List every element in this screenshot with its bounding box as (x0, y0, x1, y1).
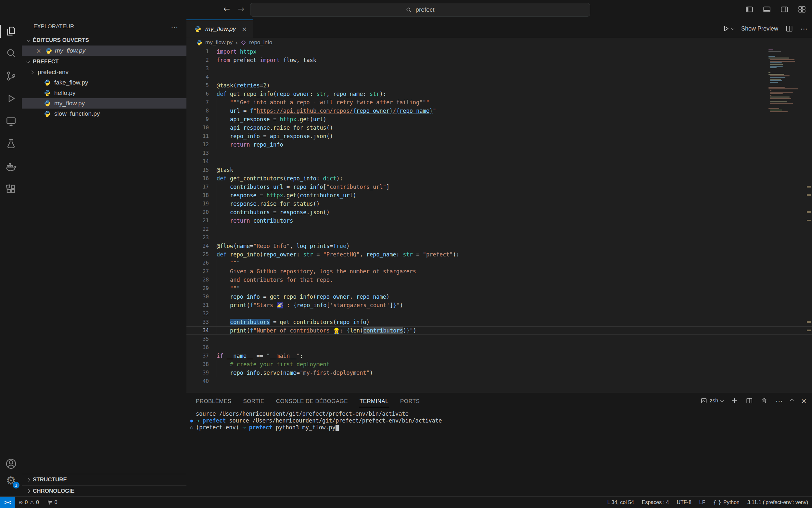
code-line-9[interactable]: 9 api_response = httpx.get(url) (186, 115, 812, 124)
code-line-7[interactable]: 7 """Get info about a repo - will retry … (186, 98, 812, 107)
remote-explorer-icon[interactable] (0, 112, 22, 130)
testing-icon[interactable] (0, 134, 22, 153)
split-terminal-icon[interactable] (746, 397, 753, 404)
cursor-position[interactable]: L 34, col 54 (604, 497, 638, 508)
code-line-23[interactable]: 23 (186, 234, 812, 242)
sidebar-item-fake_flow.py[interactable]: fake_flow.py (22, 77, 186, 88)
panel-tab-problèmes[interactable]: PROBLÈMES (195, 394, 232, 407)
code-line-26[interactable]: 26 """ (186, 259, 812, 267)
code-line-4[interactable]: 4 (186, 73, 812, 81)
open-editor-item[interactable]: × my_flow.py (22, 45, 186, 56)
maximize-panel-icon[interactable] (790, 399, 794, 403)
panel-more-actions-icon[interactable]: ⋯ (776, 397, 783, 405)
code-line-33[interactable]: 33 contributors = get_contributors(repo_… (186, 318, 812, 326)
indentation-status[interactable]: Espaces : 4 (638, 497, 673, 508)
terminal-profile-selector[interactable]: zsh (701, 397, 723, 404)
minimap[interactable] (768, 49, 805, 131)
code-line-20[interactable]: 20 contributors = response.json() (186, 208, 812, 216)
close-editor-icon[interactable]: × (35, 47, 43, 54)
problems-status[interactable]: ⊗ 0 ⚠ 0 (15, 497, 43, 508)
docker-icon[interactable] (0, 157, 22, 175)
code-line-32[interactable]: 32 (186, 309, 812, 318)
code-line-29[interactable]: 29 """ (186, 284, 812, 293)
code-line-18[interactable]: 18 response = httpx.get(contributors_url… (186, 191, 812, 200)
tab-close-icon[interactable]: × (242, 25, 247, 33)
eol-status[interactable]: LF (696, 497, 709, 508)
code-line-38[interactable]: 38 # create your first deployment (186, 360, 812, 369)
panel-tab-terminal[interactable]: TERMINAL (359, 394, 389, 407)
code-line-30[interactable]: 30 repo_info = get_repo_info(repo_owner,… (186, 293, 812, 301)
code-line-31[interactable]: 31 print(f"Stars 🌠 : {repo_info['stargaz… (186, 301, 812, 309)
code-line-13[interactable]: 13 (186, 149, 812, 157)
account-icon[interactable] (0, 455, 22, 473)
code-line-39[interactable]: 39 repo_info.serve(name="my-first-deploy… (186, 369, 812, 377)
sidebar-item-slow_function.py[interactable]: slow_function.py (22, 109, 186, 119)
code-line-40[interactable]: 40 (186, 377, 812, 385)
forward-button[interactable]: → (238, 5, 244, 14)
command-decoration-empty-icon[interactable]: ○ (190, 424, 193, 431)
editor-more-actions-icon[interactable]: ⋯ (800, 25, 807, 33)
tab-my-flow[interactable]: my_flow.py × (186, 19, 253, 38)
show-preview-button[interactable]: Show Preview (741, 25, 778, 32)
code-line-10[interactable]: 10 api_response.raise_for_status() (186, 124, 812, 132)
back-button[interactable]: ← (224, 5, 230, 14)
new-terminal-icon[interactable]: + (731, 396, 737, 405)
search-sidebar-icon[interactable] (0, 44, 22, 62)
command-center-search[interactable]: prefect (250, 3, 590, 16)
code-line-16[interactable]: 16def get_contributors(repo_info: dict): (186, 174, 812, 183)
code-line-3[interactable]: 3 (186, 65, 812, 73)
code-line-1[interactable]: 1import httpx (186, 47, 812, 56)
sidebar-item-prefect-env[interactable]: prefect-env (22, 67, 186, 77)
code-line-2[interactable]: 2from prefect import flow, task (186, 56, 812, 65)
explorer-icon[interactable] (0, 22, 22, 40)
panel-tab-console-de-débogage[interactable]: CONSOLE DE DÉBOGAGE (276, 394, 348, 407)
run-debug-icon[interactable] (0, 89, 22, 108)
run-dropdown-icon[interactable] (731, 26, 734, 30)
overview-ruler[interactable] (806, 47, 812, 393)
kill-terminal-icon[interactable] (761, 397, 768, 404)
panel-tab-sortie[interactable]: SORTIE (243, 394, 265, 407)
explorer-more-actions-icon[interactable]: ⋯ (171, 23, 178, 31)
breadcrumb-symbol[interactable]: repo_info (249, 39, 272, 46)
command-decoration-icon[interactable]: ● (190, 417, 193, 424)
terminal-output[interactable]: source /Users/henricourdent/git/prefect/… (186, 409, 812, 497)
code-line-5[interactable]: 5@task(retries=2) (186, 81, 812, 90)
sidebar-item-hello.py[interactable]: hello.py (22, 88, 186, 98)
code-line-11[interactable]: 11 repo_info = api_response.json() (186, 132, 812, 140)
extensions-icon[interactable] (0, 180, 22, 198)
python-interpreter[interactable]: 3.11.1 ('prefect-env': venv) (744, 497, 812, 508)
settings-gear-icon[interactable]: ⚙ 1 (0, 471, 22, 490)
code-line-25[interactable]: 25def repo_info(repo_owner: str = "Prefe… (186, 250, 812, 259)
code-line-8[interactable]: 8 url = f"https://api.github.com/repos/{… (186, 107, 812, 115)
code-line-14[interactable]: 14 (186, 157, 812, 166)
code-line-36[interactable]: 36 (186, 343, 812, 352)
language-mode[interactable]: { } Python (709, 497, 744, 508)
code-line-6[interactable]: 6def get_repo_info(repo_owner: str, repo… (186, 90, 812, 98)
panel-tab-ports[interactable]: PORTS (400, 394, 420, 407)
breadcrumb-file[interactable]: my_flow.py (205, 39, 233, 46)
code-line-37[interactable]: 37if __name__ == "__main__": (186, 352, 812, 360)
section-open-editors[interactable]: ÉDITEURS OUVERTS (22, 35, 186, 45)
remote-indicator[interactable]: >< (0, 497, 15, 508)
toggle-panel-icon[interactable] (763, 5, 771, 14)
source-control-icon[interactable] (0, 67, 22, 85)
close-panel-icon[interactable]: × (801, 397, 807, 405)
code-line-34[interactable]: 34 print(f"Number of contributors 👷: {le… (186, 326, 812, 335)
code-line-24[interactable]: 24@flow(name="Repo Info", log_prints=Tru… (186, 242, 812, 250)
code-line-35[interactable]: 35 (186, 335, 812, 343)
sidebar-item-my_flow.py[interactable]: my_flow.py (22, 98, 186, 109)
toggle-secondary-sidebar-icon[interactable] (780, 5, 789, 14)
code-line-12[interactable]: 12 return repo_info (186, 140, 812, 149)
ports-status[interactable]: 0 (43, 497, 61, 508)
code-editor[interactable]: 1import httpx2from prefect import flow, … (186, 47, 812, 393)
code-line-22[interactable]: 22 (186, 225, 812, 234)
toggle-sidebar-icon[interactable] (745, 5, 754, 14)
code-line-19[interactable]: 19 response.raise_for_status() (186, 200, 812, 208)
section-structure[interactable]: STRUCTURE (22, 474, 186, 485)
code-line-15[interactable]: 15@task (186, 166, 812, 174)
code-line-17[interactable]: 17 contributors_url = repo_info["contrib… (186, 183, 812, 191)
encoding-status[interactable]: UTF-8 (673, 497, 696, 508)
code-line-28[interactable]: 28 and contributors for that repo. (186, 276, 812, 284)
split-editor-icon[interactable] (785, 25, 793, 33)
section-timeline[interactable]: CHRONOLOGIE (22, 485, 186, 497)
